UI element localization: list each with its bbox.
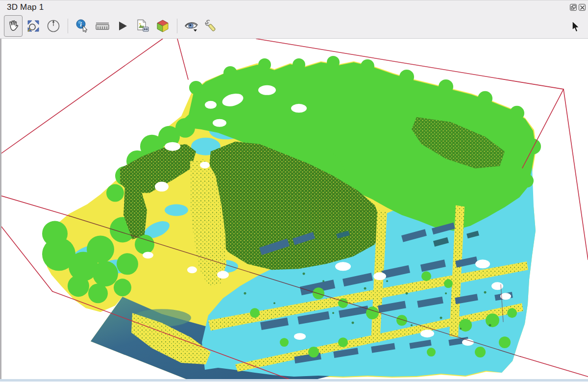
eye-icon: [184, 19, 199, 33]
titlebar[interactable]: 3D Map 1: [0, 0, 588, 14]
save-image-button[interactable]: [133, 15, 152, 37]
mouse-cursor-icon: [571, 21, 580, 35]
pan-hand-icon: [7, 19, 20, 33]
zoom-full-button[interactable]: [24, 15, 43, 37]
close-icon: [580, 5, 585, 10]
3d-scene[interactable]: [0, 39, 588, 382]
viewport-bottom-edge[interactable]: [0, 379, 588, 382]
qgis-3d-map-window: { "window": { "title": "3D Map 1", "cont…: [0, 0, 588, 382]
pan-button[interactable]: [4, 15, 23, 37]
effects-button[interactable]: [182, 15, 201, 37]
toolbar: i: [0, 14, 588, 39]
export-image-icon: [135, 19, 150, 33]
wrench-icon: [204, 19, 219, 33]
measure-button[interactable]: [93, 15, 112, 37]
camera-rotation-button[interactable]: [44, 15, 63, 37]
viewport-left-frame: [0, 39, 1, 382]
identify-button[interactable]: i: [73, 15, 92, 37]
camera-rotation-icon: [46, 19, 61, 33]
toolbar-separator: [177, 19, 177, 33]
close-button[interactable]: [579, 4, 586, 11]
window-controls: [570, 4, 586, 11]
cube-3d-icon: [155, 19, 170, 33]
configure-button[interactable]: [202, 15, 221, 37]
zoom-full-extent-icon: [26, 19, 40, 33]
svg-text:i: i: [80, 21, 82, 28]
export-3d-button[interactable]: [153, 15, 172, 37]
animation-button[interactable]: [113, 15, 132, 37]
undock-button[interactable]: [570, 4, 577, 11]
identify-icon: i: [75, 19, 90, 33]
play-icon: [117, 20, 128, 32]
measure-ruler-icon: [95, 20, 110, 32]
3d-viewport[interactable]: [0, 39, 588, 382]
undock-icon: [571, 5, 576, 10]
toolbar-separator: [68, 19, 68, 33]
window-title: 3D Map 1: [7, 2, 44, 12]
